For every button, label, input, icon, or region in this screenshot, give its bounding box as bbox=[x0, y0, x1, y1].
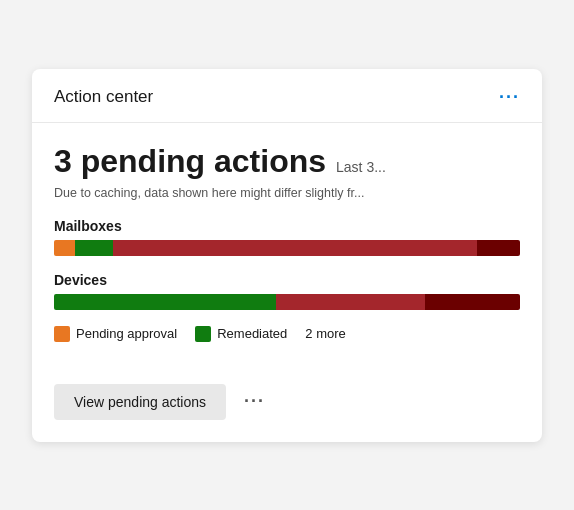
view-pending-actions-button[interactable]: View pending actions bbox=[54, 384, 226, 420]
legend-pending-approval: Pending approval bbox=[54, 326, 177, 342]
pending-count-row: 3 pending actions Last 3... bbox=[54, 143, 520, 180]
last-label: Last 3... bbox=[336, 159, 386, 175]
mailboxes-bar bbox=[54, 240, 520, 256]
caching-note: Due to caching, data shown here might di… bbox=[54, 186, 520, 200]
pending-approval-swatch bbox=[54, 326, 70, 342]
mailboxes-label: Mailboxes bbox=[54, 218, 520, 234]
remediated-swatch bbox=[195, 326, 211, 342]
pending-count: 3 pending actions bbox=[54, 143, 326, 180]
action-center-card: Action center ··· 3 pending actions Last… bbox=[32, 69, 542, 442]
mailboxes-segment-3 bbox=[477, 240, 520, 256]
legend-remediated: Remediated bbox=[195, 326, 287, 342]
devices-segment-0 bbox=[54, 294, 276, 310]
legend-row: Pending approval Remediated 2 more bbox=[54, 326, 520, 342]
footer-more-icon[interactable]: ··· bbox=[244, 391, 265, 412]
header-more-icon[interactable]: ··· bbox=[499, 87, 520, 108]
mailboxes-segment-0 bbox=[54, 240, 75, 256]
devices-label: Devices bbox=[54, 272, 520, 288]
legend-more: 2 more bbox=[305, 326, 345, 341]
card-footer: View pending actions ··· bbox=[32, 384, 542, 442]
pending-approval-label: Pending approval bbox=[76, 326, 177, 341]
mailboxes-segment-1 bbox=[75, 240, 113, 256]
mailboxes-segment-2 bbox=[113, 240, 477, 256]
devices-segment-2 bbox=[425, 294, 520, 310]
remediated-label: Remediated bbox=[217, 326, 287, 341]
card-title: Action center bbox=[54, 87, 153, 107]
card-header: Action center ··· bbox=[32, 69, 542, 123]
card-body: 3 pending actions Last 3... Due to cachi… bbox=[32, 123, 542, 384]
devices-segment-1 bbox=[276, 294, 424, 310]
devices-bar bbox=[54, 294, 520, 310]
